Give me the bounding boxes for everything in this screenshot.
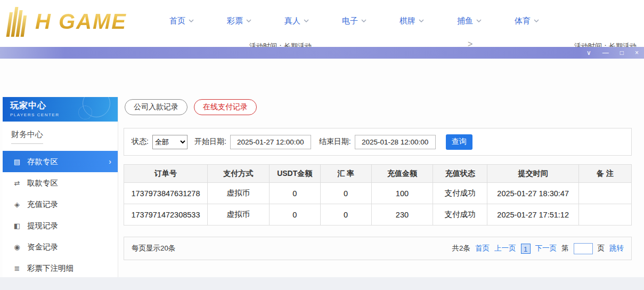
nav-item-label: 真人 <box>284 16 300 26</box>
table-cell <box>579 183 632 204</box>
column-header: 订单号 <box>124 165 208 183</box>
tab-online-payment-records[interactable]: 在线支付记录 <box>194 99 257 115</box>
sidebar-item-withdraw[interactable]: ⇄ 取款专区 › <box>3 172 118 194</box>
pagination: 共2条 首页 上一页 1 下一页 第 页 跳转 <box>452 243 624 254</box>
sidebar-item-label: 取款专区 <box>27 178 58 188</box>
logo-text: H GAME <box>35 10 127 34</box>
sidebar-item-label: 提现记录 <box>27 221 58 231</box>
background-text-fragment: 活动时间：长期活动 <box>249 42 312 47</box>
sidebar-item-funds-records[interactable]: ◉ 资金记录 › <box>3 236 118 257</box>
sidebar-item-label: 充值记录 <box>27 199 58 210</box>
nav-item-lottery[interactable]: 彩票 <box>227 16 251 26</box>
table-cell: 100 <box>371 183 433 204</box>
sidebar-item-label: 存款专区 <box>27 157 58 167</box>
sidebar-item-label: 资金记录 <box>27 242 58 252</box>
sidebar-item-recharge-records[interactable]: ◈ 充值记录 › <box>3 194 118 215</box>
nav-item-home[interactable]: 首页 <box>169 16 194 26</box>
filter-bar: 状态: 全部 开始日期: 结束日期: 查询 <box>124 128 632 156</box>
nav-item-label: 捕鱼 <box>457 16 473 26</box>
withdrawal-record-icon: ◧ <box>13 222 21 230</box>
logo-bars-icon <box>5 5 33 38</box>
column-header: 汇 率 <box>320 165 371 183</box>
window-dropdown-icon[interactable]: ∨ <box>586 47 591 59</box>
nav-item-label: 体育 <box>515 16 531 26</box>
window-controls: ∨—□× <box>586 47 644 59</box>
status-label: 状态: <box>132 137 149 147</box>
lottery-detail-icon: ≣ <box>13 264 21 272</box>
records-table: 订单号支付方式USDT金额汇 率充值金额充值状态提交时间备 注 17379738… <box>124 164 632 225</box>
status-select[interactable]: 全部 <box>152 135 188 149</box>
nav-item-label: 彩票 <box>227 16 243 26</box>
table-cell: 虚拟币 <box>207 204 269 225</box>
table-cell: 虚拟币 <box>207 183 269 204</box>
column-header: 支付方式 <box>207 165 269 183</box>
table-row: 1737971472308533虚拟币00230支付成功2025-01-27 1… <box>124 204 632 225</box>
nav-item-live[interactable]: 真人 <box>284 16 309 26</box>
top-bar: H GAME 首页 彩票 真人 电子 棋牌 捕鱼 <box>0 0 644 42</box>
end-date-label: 结束日期: <box>319 137 351 147</box>
table-cell: 2025-01-27 17:51:12 <box>487 204 579 225</box>
sidebar-item-lottery-bet-details[interactable]: ≣ 彩票下注明细 › <box>3 257 118 279</box>
table-cell: 0 <box>320 204 371 225</box>
end-date-input[interactable] <box>355 135 436 149</box>
nav-item-sports[interactable]: 体育 <box>515 16 539 26</box>
jump-prefix-label: 第 <box>561 244 569 253</box>
page-jump-input[interactable] <box>574 243 593 254</box>
window-minimize-icon[interactable]: — <box>602 47 609 59</box>
logo[interactable]: H GAME <box>5 4 127 38</box>
sidebar-section-title: 财务中心 <box>11 130 43 144</box>
chevron-down-icon <box>419 19 424 22</box>
sidebar-header: 玩家中心 PLAYERS CENTER <box>3 97 118 122</box>
tab-company-deposit-records[interactable]: 公司入款记录 <box>125 99 188 115</box>
total-count: 共2条 <box>452 244 470 253</box>
window-maximize-icon[interactable]: □ <box>620 47 624 59</box>
chevron-down-icon <box>189 19 194 22</box>
sidebar-menu: ▤ 存款专区 › ⇄ 取款专区 › ◈ 充值记录 › ◧ 提现记录 › ◉ 资金… <box>3 151 118 279</box>
chevron-down-icon <box>304 19 309 22</box>
background-text-fragment: 活动时间：长期活动 <box>574 42 637 47</box>
nav-item-board[interactable]: 棋牌 <box>400 16 424 26</box>
sidebar-section: 财务中心 <box>3 122 118 149</box>
column-header: USDT金额 <box>269 165 320 183</box>
table-cell: 2025-01-27 18:30:47 <box>487 183 579 204</box>
table-cell: 支付成功 <box>433 204 487 225</box>
current-page-badge[interactable]: 1 <box>521 244 531 254</box>
nav-item-fishing[interactable]: 捕鱼 <box>457 16 482 26</box>
window-close-icon[interactable]: × <box>635 47 639 59</box>
search-button[interactable]: 查询 <box>446 134 472 150</box>
first-page-link[interactable]: 首页 <box>475 244 490 253</box>
nav-item-label: 首页 <box>169 16 185 26</box>
jump-suffix-label: 页 <box>598 244 605 253</box>
table-cell: 1737973847631278 <box>124 183 208 204</box>
main-panel: 公司入款记录在线支付记录 状态: 全部 开始日期: 结束日期: 查询 订单号支付… <box>124 97 632 277</box>
sidebar-item-deposit[interactable]: ▤ 存款专区 › <box>3 151 118 172</box>
chevron-down-icon <box>476 19 482 22</box>
nav-item-slots[interactable]: 电子 <box>342 16 366 26</box>
window-titlebar: ∨—□× <box>0 47 644 59</box>
nav-item-label: 电子 <box>342 16 358 26</box>
per-page-label: 每页显示20条 <box>132 244 176 253</box>
sidebar-item-label: 彩票下注明细 <box>27 263 74 273</box>
sidebar-item-withdrawal-records[interactable]: ◧ 提现记录 › <box>3 215 118 236</box>
table-cell: 0 <box>269 204 320 225</box>
table-cell: 支付成功 <box>433 183 487 204</box>
top-nav: 首页 彩票 真人 电子 棋牌 捕鱼 体育 <box>169 0 539 42</box>
chevron-down-icon <box>361 19 366 22</box>
deposit-icon: ▤ <box>13 158 21 166</box>
bottom-strip <box>0 277 644 290</box>
recharge-record-icon: ◈ <box>13 200 21 208</box>
next-page-link[interactable]: 下一页 <box>535 244 557 253</box>
column-header: 充值状态 <box>433 165 487 183</box>
sidebar: 玩家中心 PLAYERS CENTER 财务中心 ▤ 存款专区 › ⇄ 取款专区… <box>3 97 118 277</box>
background-page-strip: 活动时间：长期活动 > 活动时间：长期活动 <box>0 42 644 47</box>
withdraw-icon: ⇄ <box>13 179 21 187</box>
table-footer: 每页显示20条 共2条 首页 上一页 1 下一页 第 页 跳转 <box>124 237 632 260</box>
carousel-arrow-icon: > <box>468 42 472 47</box>
chevron-down-icon <box>534 19 539 22</box>
table-row: 1737973847631278虚拟币00100支付成功2025-01-27 1… <box>124 183 632 204</box>
table-cell <box>579 204 632 225</box>
prev-page-link[interactable]: 上一页 <box>494 244 516 253</box>
jump-button[interactable]: 跳转 <box>609 244 624 253</box>
start-date-input[interactable] <box>230 135 311 149</box>
table-cell: 0 <box>269 183 320 204</box>
